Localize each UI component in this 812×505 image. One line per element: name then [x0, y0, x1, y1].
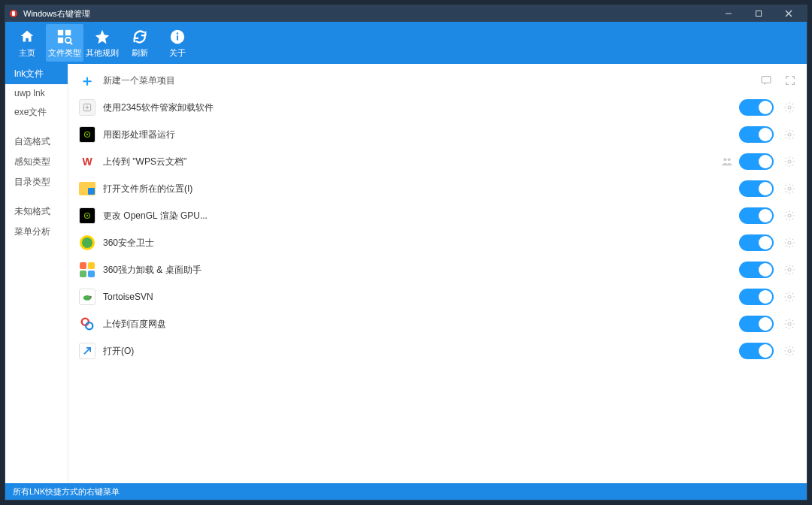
toggle-switch[interactable] [739, 316, 774, 332]
toggle-switch[interactable] [739, 180, 774, 197]
window-title: Windows右键管理 [23, 8, 714, 20]
svg-rect-1 [12, 11, 15, 16]
menu-item-label: 360强力卸载 & 桌面助手 [103, 264, 739, 277]
svg-point-34 [788, 322, 791, 325]
app-icon [8, 8, 19, 19]
svg-point-30 [89, 296, 92, 298]
sidebar-item-uwplnk[interactable]: uwp lnk [5, 84, 68, 102]
minimize-button[interactable] [714, 5, 744, 22]
statusbar: 所有LNK快捷方式的右键菜单 [5, 483, 807, 500]
toolbar-otherrules[interactable]: 其他规则 [83, 24, 121, 62]
svg-point-16 [788, 106, 791, 109]
svg-point-13 [177, 32, 178, 34]
gear-icon[interactable] [781, 316, 798, 332]
toolbar-home[interactable]: 主页 [8, 24, 46, 62]
svg-point-19 [788, 133, 791, 136]
persons-icon [718, 153, 736, 171]
gear-icon[interactable] [781, 343, 798, 359]
menu-item-row[interactable]: 360强力卸载 & 桌面助手 [71, 256, 801, 283]
menu-item-row[interactable]: TortoiseSVN [71, 283, 801, 310]
toolbar-about[interactable]: 关于 [159, 24, 196, 62]
svg-rect-6 [58, 29, 63, 35]
content-list: ＋ 新建一个菜单项目 使用2345软件管家卸载软件 用图形处理器运行 W 上传到… [68, 64, 807, 483]
app-item-icon [79, 262, 95, 278]
toggle-switch[interactable] [739, 126, 774, 143]
svg-rect-7 [65, 29, 71, 35]
svg-point-31 [788, 295, 791, 298]
sidebar-item-unknownformat[interactable]: 未知格式 [5, 201, 68, 222]
toolbar-refresh[interactable]: 刷新 [121, 24, 159, 62]
menu-item-row[interactable]: 360安全卫士 [71, 229, 801, 256]
expand-icon[interactable] [783, 73, 798, 88]
app-item-icon [79, 126, 95, 143]
toolbar: 主页 文件类型 其他规则 刷新 关于 [5, 22, 807, 64]
app-item-icon: W [79, 153, 95, 170]
app-item-icon [79, 343, 95, 359]
status-text: 所有LNK快捷方式的右键菜单 [13, 486, 120, 497]
toolbar-filetype[interactable]: 文件类型 [46, 24, 83, 62]
svg-point-28 [788, 268, 791, 271]
svg-point-33 [86, 322, 92, 329]
svg-rect-3 [756, 11, 762, 17]
gear-icon[interactable] [781, 207, 798, 224]
app-item-icon [79, 316, 95, 332]
gear-icon[interactable] [781, 262, 798, 278]
sidebar-item-exe[interactable]: exe文件 [5, 102, 68, 122]
close-button[interactable] [774, 5, 804, 22]
svg-point-27 [788, 241, 791, 244]
app-window: Windows右键管理 主页 文件类型 其他规则 刷新 关于 lnk文件 uw [5, 5, 807, 500]
app-item-icon [79, 234, 95, 251]
sidebar-item-menuanalysis[interactable]: 菜单分析 [5, 222, 68, 242]
sidebar-item-directorytype[interactable]: 目录类型 [5, 172, 68, 192]
toggle-switch[interactable] [739, 153, 774, 170]
gear-icon[interactable] [781, 126, 798, 143]
menu-item-row[interactable]: 打开文件所在的位置(I) [71, 175, 801, 202]
svg-point-35 [788, 349, 791, 352]
app-item-icon [79, 99, 95, 116]
menu-item-row[interactable]: 更改 OpenGL 渲染 GPU... [71, 202, 801, 229]
toggle-switch[interactable] [739, 289, 774, 305]
refresh-icon [131, 28, 149, 46]
maximize-button[interactable] [744, 5, 774, 22]
svg-point-18 [86, 134, 88, 135]
svg-point-29 [83, 295, 92, 301]
menu-item-row[interactable]: W 上传到 "WPS云文档" [71, 148, 801, 175]
menu-item-label: 打开(O) [103, 345, 739, 358]
menu-item-row[interactable]: 使用2345软件管家卸载软件 [71, 94, 801, 121]
toggle-switch[interactable] [739, 234, 774, 251]
svg-point-23 [788, 187, 791, 190]
info-icon [168, 28, 186, 46]
svg-point-25 [86, 215, 88, 216]
menu-item-label: 使用2345软件管家卸载软件 [103, 101, 739, 114]
create-menu-item-row[interactable]: ＋ 新建一个菜单项目 [71, 67, 801, 94]
svg-point-22 [788, 160, 791, 163]
home-icon [18, 28, 36, 46]
menu-item-label: TortoiseSVN [103, 292, 739, 302]
sidebar-item-lnk[interactable]: lnk文件 [5, 64, 68, 84]
gear-icon[interactable] [781, 234, 798, 251]
gear-icon[interactable] [781, 99, 798, 116]
titlebar[interactable]: Windows右键管理 [5, 5, 807, 22]
toggle-switch[interactable] [739, 207, 774, 224]
gear-icon[interactable] [781, 289, 798, 305]
menu-item-label: 360安全卫士 [103, 237, 739, 249]
menu-item-row[interactable]: 上传到百度网盘 [71, 310, 801, 337]
sidebar: lnk文件 uwp lnk exe文件 自选格式 感知类型 目录类型 未知格式 … [5, 64, 68, 483]
svg-line-10 [70, 42, 72, 44]
svg-point-32 [82, 319, 89, 325]
toggle-switch[interactable] [739, 262, 774, 278]
toggle-switch[interactable] [739, 99, 774, 116]
menu-item-row[interactable]: 用图形处理器运行 [71, 121, 801, 148]
gear-icon[interactable] [781, 180, 798, 197]
app-item-icon [79, 289, 95, 305]
plus-icon: ＋ [79, 72, 95, 89]
gear-icon[interactable] [781, 153, 798, 170]
menu-item-row[interactable]: 打开(O) [71, 337, 801, 364]
app-item-icon [79, 180, 95, 197]
sidebar-item-perceivedtype[interactable]: 感知类型 [5, 152, 68, 172]
toggle-switch[interactable] [739, 343, 774, 359]
svg-point-21 [728, 158, 731, 161]
comment-icon[interactable] [759, 73, 774, 88]
menu-item-label: 更改 OpenGL 渲染 GPU... [103, 210, 739, 222]
sidebar-item-customformat[interactable]: 自选格式 [5, 132, 68, 152]
